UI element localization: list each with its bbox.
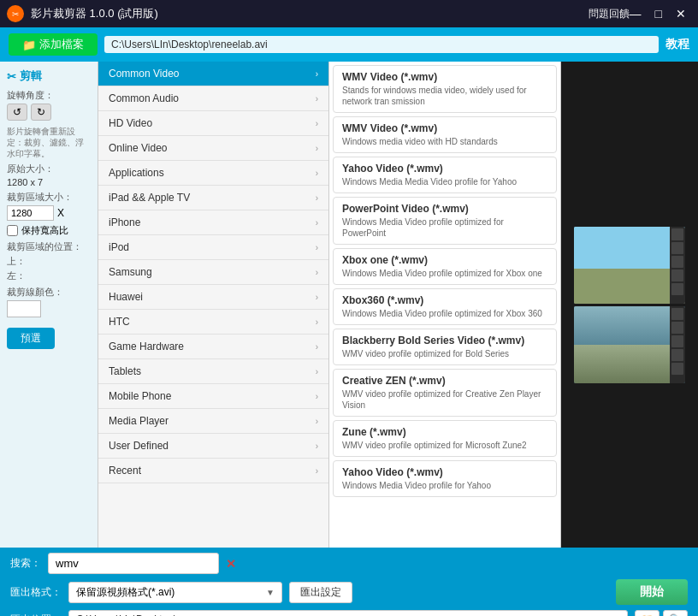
location-label: 匯出位置： xyxy=(10,613,62,617)
search-input[interactable] xyxy=(48,553,219,574)
category-label: Game Hardware xyxy=(109,341,184,352)
close-button[interactable]: ✕ xyxy=(671,5,691,22)
rotate-left-button[interactable]: ↺ xyxy=(7,104,27,121)
category-label: Online Video xyxy=(109,142,168,154)
rotation-buttons: ↺ ↻ xyxy=(7,104,91,121)
option-item-3[interactable]: PowerPoint Video (*.wmv)Windows Media Vi… xyxy=(333,197,557,245)
option-item-0[interactable]: WMV Video (*.wmv)Stands for windows medi… xyxy=(333,65,557,113)
category-item-common-audio[interactable]: Common Audio› xyxy=(98,86,328,111)
option-desc: Windows Media Video profile optimized fo… xyxy=(342,268,547,279)
option-title: Xbox360 (*.wmv) xyxy=(342,294,547,306)
category-item-media-player[interactable]: Media Player› xyxy=(98,409,328,434)
browse-folder-button[interactable]: 📁 xyxy=(635,610,660,616)
category-label: Tablets xyxy=(109,365,141,377)
original-size-label: 原始大小： xyxy=(7,163,91,175)
search-location-button[interactable]: 🔍 xyxy=(663,610,688,616)
category-item-game-hardware[interactable]: Game Hardware› xyxy=(98,335,328,359)
preview-thumbnail xyxy=(574,227,670,304)
option-desc: Stands for windows media video, widely u… xyxy=(342,85,547,107)
keep-ratio-checkbox[interactable] xyxy=(7,225,18,236)
export-format-select[interactable]: 保留源視頻格式(*.avi) ▼ xyxy=(68,582,282,603)
option-desc: Windows Media Media Video profile for Ya… xyxy=(342,176,547,187)
option-item-9[interactable]: Yahoo Video (*.wmv)Windows Media Video p… xyxy=(333,460,557,497)
category-item-online-video[interactable]: Online Video› xyxy=(98,136,328,161)
option-title: PowerPoint Video (*.wmv) xyxy=(342,203,547,215)
category-label: Common Video xyxy=(109,68,180,80)
options-panel: WMV Video (*.wmv)Stands for windows medi… xyxy=(329,62,561,548)
help-link[interactable]: 教程 xyxy=(665,37,689,52)
category-label: HTC xyxy=(109,316,130,328)
preview-button[interactable]: 預選 xyxy=(7,328,55,349)
rotate-right-button[interactable]: ↻ xyxy=(31,104,51,121)
category-item-recent[interactable]: Recent› xyxy=(98,459,328,483)
category-label: Mobile Phone xyxy=(109,390,171,402)
category-item-user-defined[interactable]: User Defined› xyxy=(98,434,328,459)
category-item-hd-video[interactable]: HD Video› xyxy=(98,111,328,136)
crop-size-label: 裁剪區域大小： xyxy=(7,191,91,204)
category-item-tablets[interactable]: Tablets› xyxy=(98,359,328,384)
option-title: Yahoo Video (*.wmv) xyxy=(342,163,547,175)
chevron-right-icon: › xyxy=(316,268,318,277)
category-label: iPad && Apple TV xyxy=(109,192,190,204)
chevron-right-icon: › xyxy=(316,317,318,327)
option-title: WMV Video (*.wmv) xyxy=(342,122,547,134)
option-item-1[interactable]: WMV Video (*.wmv)Windows media video wit… xyxy=(333,116,557,153)
minimize-button[interactable]: — xyxy=(624,5,647,22)
main-layout: ✂ 剪輯 旋轉角度： ↺ ↻ 影片旋轉會重新設定：裁剪、濾鏡、浮水印字幕。 原始… xyxy=(0,62,698,548)
category-item-iphone[interactable]: iPhone› xyxy=(98,210,328,235)
category-item-ipad-apple-tv[interactable]: iPad && Apple TV› xyxy=(98,186,328,210)
option-item-4[interactable]: Xbox one (*.wmv)Windows Media Video prof… xyxy=(333,248,557,285)
chevron-right-icon: › xyxy=(316,342,318,352)
window-controls: — □ ✕ xyxy=(624,5,691,22)
maximize-button[interactable]: □ xyxy=(650,5,667,22)
category-label: iPod xyxy=(109,241,129,253)
add-file-button[interactable]: 📁 添加檔案 xyxy=(9,33,98,56)
format-categories-panel: Common Video›Common Audio›HD Video›Onlin… xyxy=(98,62,329,548)
keep-ratio-row: 保持寬高比 xyxy=(7,224,91,237)
option-item-6[interactable]: Blackberry Bold Series Video (*.wmv)WMV … xyxy=(333,329,557,365)
option-title: Blackberry Bold Series Video (*.wmv) xyxy=(342,335,547,346)
category-item-applications[interactable]: Applications› xyxy=(98,161,328,186)
category-item-mobile-phone[interactable]: Mobile Phone› xyxy=(98,384,328,409)
option-desc: Windows Media Video profile optimized fo… xyxy=(342,216,547,239)
option-item-7[interactable]: Creative ZEN (*.wmv)WMV video profile op… xyxy=(333,369,557,417)
preview-panel xyxy=(561,62,698,548)
chevron-right-icon: › xyxy=(316,144,318,153)
export-label: 匯出格式： xyxy=(10,585,62,600)
crop-width-input[interactable] xyxy=(7,205,54,221)
chevron-right-icon: › xyxy=(316,293,318,302)
search-clear-button[interactable]: ✕ xyxy=(226,557,236,571)
chevron-right-icon: › xyxy=(316,243,318,252)
category-item-htc[interactable]: HTC› xyxy=(98,310,328,335)
export-format-value: 保留源視頻格式(*.avi) xyxy=(76,585,174,600)
chevron-right-icon: › xyxy=(316,441,318,451)
chevron-right-icon: › xyxy=(316,417,318,426)
search-row: 搜索： ✕ xyxy=(10,553,688,574)
color-picker[interactable] xyxy=(7,300,41,317)
option-title: Yahoo Video (*.wmv) xyxy=(342,466,547,478)
rotation-section: 旋轉角度： ↺ ↻ 影片旋轉會重新設定：裁剪、濾鏡、浮水印字幕。 xyxy=(7,89,91,159)
export-settings-button[interactable]: 匯出設定 xyxy=(289,582,352,603)
category-item-ipod[interactable]: iPod› xyxy=(98,235,328,260)
location-row: 匯出位置： C:\Users\LIn\Desktop\ 📁 🔍 xyxy=(10,610,688,616)
original-size-section: 原始大小： 1280 x 7 xyxy=(7,163,91,187)
category-item-samsung[interactable]: Samsung› xyxy=(98,260,328,285)
options-list: WMV Video (*.wmv)Stands for windows medi… xyxy=(329,62,560,504)
category-label: iPhone xyxy=(109,216,140,228)
crop-size-section: 裁剪區域大小： X 保持寬高比 xyxy=(7,191,91,237)
category-label: Recent xyxy=(109,465,141,477)
category-item-huawei[interactable]: Huawei› xyxy=(98,285,328,310)
category-item-common-video[interactable]: Common Video› xyxy=(98,62,328,86)
chevron-right-icon: › xyxy=(316,218,318,228)
start-button[interactable]: 開始 xyxy=(616,579,688,605)
option-item-2[interactable]: Yahoo Video (*.wmv)Windows Media Media V… xyxy=(333,157,557,193)
option-item-8[interactable]: Zune (*.wmv)WMV video profile optimized … xyxy=(333,420,557,457)
toolbar: 📁 添加檔案 C:\Users\LIn\Desktop\reneelab.avi… xyxy=(0,27,698,62)
category-label: Common Audio xyxy=(109,92,179,104)
title-bar: ✂ 影片裁剪器 1.0.0 (試用版) 問題回饋 — □ ✕ xyxy=(0,0,698,27)
category-label: HD Video xyxy=(109,117,152,129)
app-icon: ✂ xyxy=(7,5,24,22)
category-label: User Defined xyxy=(109,440,169,452)
top-label: 上： xyxy=(7,255,91,268)
option-item-5[interactable]: Xbox360 (*.wmv)Windows Media Video profi… xyxy=(333,288,557,325)
